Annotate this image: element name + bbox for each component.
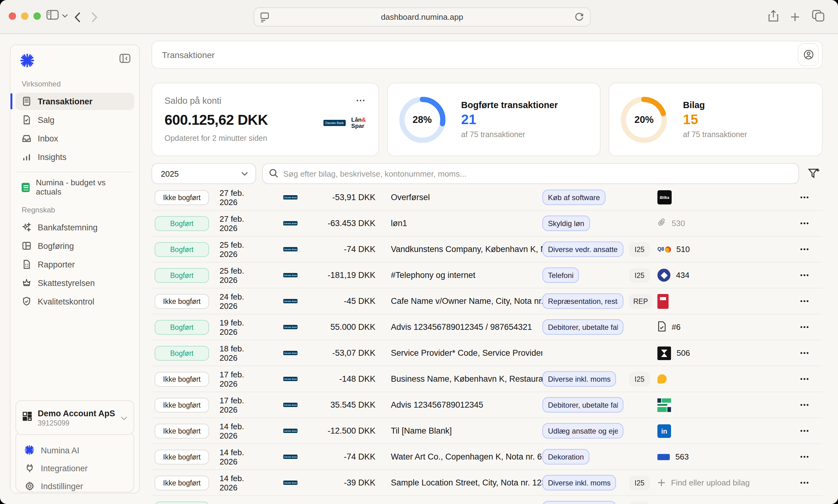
- row-menu-button[interactable]: [800, 479, 823, 486]
- table-row[interactable]: Ikke bogført 27 feb. 2026 Danske Bank -5…: [152, 185, 823, 211]
- status-badge[interactable]: Bogført: [155, 501, 209, 504]
- row-menu-button[interactable]: [800, 453, 823, 460]
- numina-logo-icon: [20, 54, 34, 70]
- category-tag[interactable]: Køb af software: [542, 190, 605, 205]
- status-badge[interactable]: Ikke bogført: [155, 449, 209, 464]
- gear-icon: [25, 481, 35, 491]
- sidebar-collapse-icon[interactable]: [119, 54, 131, 66]
- sidebar-item-budget-report[interactable]: Numina - budget vs actuals: [15, 179, 134, 196]
- table-row[interactable]: Ikke bogført 24 feb. 2026 Danske Bank -4…: [152, 288, 823, 314]
- forward-button-icon[interactable]: [91, 12, 98, 23]
- status-badge[interactable]: Ikke bogført: [155, 424, 209, 438]
- url-text: dashboard.numina.app: [381, 12, 463, 22]
- row-menu-button[interactable]: [800, 246, 823, 253]
- sidebar-item-kvalitetskontrol[interactable]: Kvalitetskontrol: [15, 293, 134, 310]
- close-window-button[interactable]: [8, 12, 16, 20]
- card-menu-button[interactable]: [356, 97, 366, 104]
- table-row[interactable]: Bogført 27 feb. 2026 Danske Bank -63.453…: [152, 211, 823, 237]
- category-tag[interactable]: Diverse vedr. ansatte uden moms: [542, 241, 623, 257]
- sidebar-item-transaktioner[interactable]: Transaktioner: [15, 93, 134, 110]
- sidebar-item-bogforing[interactable]: Bogføring: [15, 237, 134, 254]
- reload-icon[interactable]: [575, 12, 584, 23]
- category-tag[interactable]: Skyldig løn: [542, 216, 590, 231]
- table-row[interactable]: Bogført 25 feb. 2026 Danske Bank -181,19…: [152, 263, 823, 288]
- sidebar-item-inbox[interactable]: Inbox: [15, 130, 134, 147]
- table-row[interactable]: Ikke bogført 17 feb. 2026 Danske Bank -1…: [152, 366, 823, 392]
- account-switcher[interactable]: Demo Account ApS 39125099: [15, 400, 134, 435]
- crown-icon: [22, 278, 32, 288]
- minimize-window-button[interactable]: [21, 12, 29, 20]
- q8-logo: Q8: [657, 246, 671, 252]
- row-menu-button[interactable]: [800, 324, 823, 330]
- booked-count: 21: [461, 112, 558, 128]
- row-menu-button[interactable]: [800, 298, 823, 305]
- table-row[interactable]: Bogført Diverse inkl. moms I25: [152, 496, 823, 504]
- zoom-window-button[interactable]: [33, 12, 41, 20]
- category-tag[interactable]: Telefoni: [542, 267, 579, 283]
- address-bar[interactable]: dashboard.numina.app: [254, 7, 591, 26]
- share-icon[interactable]: [768, 10, 779, 22]
- status-badge[interactable]: Bogført: [155, 320, 209, 335]
- status-badge[interactable]: Bogført: [155, 346, 209, 360]
- filter-add-icon[interactable]: [805, 165, 823, 182]
- status-badge[interactable]: Ikke bogført: [155, 397, 209, 412]
- chevron-down-icon[interactable]: [62, 14, 68, 18]
- row-menu-button[interactable]: [800, 194, 823, 201]
- row-menu-button[interactable]: [800, 401, 823, 408]
- year-select[interactable]: 2025: [152, 163, 256, 184]
- row-menu-button[interactable]: [800, 376, 823, 382]
- sidebar-footer: Numina AI Integrationer Indstillinger: [15, 432, 134, 492]
- table-row[interactable]: Ikke bogført 14 feb. 2026 Danske Bank -3…: [152, 470, 823, 496]
- category-tag[interactable]: Debitorer, ubetalte fakturaer: [542, 319, 623, 335]
- back-button-icon[interactable]: [74, 12, 81, 23]
- sidebar-item-bankafstemning[interactable]: Bankafstemning: [15, 219, 134, 236]
- row-menu-button[interactable]: [800, 349, 823, 356]
- sidebar-item-indstillinger[interactable]: Indstillinger: [19, 478, 131, 495]
- row-menu-button[interactable]: [800, 272, 823, 278]
- status-badge[interactable]: Ikke bogført: [155, 372, 209, 386]
- search-icon: [269, 168, 278, 180]
- category-tag[interactable]: Diverse inkl. moms: [542, 501, 616, 504]
- search-input[interactable]: [262, 163, 799, 184]
- category-tag[interactable]: Diverse inkl. moms: [542, 475, 616, 490]
- sidebar-item-skattestyrelsen[interactable]: Skattestyrelsen: [15, 274, 134, 291]
- user-profile-button[interactable]: [798, 43, 819, 66]
- table-row[interactable]: Ikke bogført 17 feb. 2026 Danske Bank 35…: [152, 392, 823, 418]
- category-tag[interactable]: Udlæg ansatte og ejer: [542, 423, 623, 438]
- status-badge[interactable]: Ikke bogført: [155, 475, 209, 490]
- status-badge[interactable]: Bogført: [155, 242, 209, 257]
- category-tag[interactable]: Repræsentation, restaurant: [542, 293, 623, 309]
- booked-subtitle: af 75 transaktioner: [461, 130, 558, 139]
- transactions-table: Ikke bogført 27 feb. 2026 Danske Bank -5…: [152, 185, 823, 504]
- category-tag[interactable]: Diverse inkl. moms: [542, 371, 616, 386]
- reader-view-icon[interactable]: [260, 12, 269, 25]
- transactions-icon: [22, 96, 32, 106]
- status-badge[interactable]: Bogført: [155, 216, 209, 231]
- new-tab-icon[interactable]: [790, 12, 800, 22]
- danske-bank-logo: Danske Bank: [283, 325, 297, 329]
- browser-sidebar-toggle-icon[interactable]: [46, 10, 59, 20]
- status-badge[interactable]: Bogført: [155, 268, 209, 283]
- sidebar-item-rapporter[interactable]: Rapporter: [15, 256, 134, 273]
- category-tag[interactable]: Debitorer, ubetalte fakturaer: [542, 397, 623, 413]
- table-row[interactable]: Bogført 19 feb. 2026 Danske Bank 55.000 …: [152, 314, 823, 340]
- table-row[interactable]: Ikke bogført 14 feb. 2026 Danske Bank -1…: [152, 418, 823, 444]
- upload-bilag-button[interactable]: Find eller upload bilag: [657, 478, 750, 487]
- table-row[interactable]: Bogført 18 feb. 2026 Danske Bank -53,07 …: [152, 340, 823, 366]
- sidebar: Virksomhed Transaktioner Salg Inbox Insi…: [10, 44, 140, 493]
- danske-bank-logo: Danske Bank: [283, 377, 297, 381]
- tab-overview-icon[interactable]: [812, 10, 824, 22]
- status-badge[interactable]: Ikke bogført: [155, 294, 209, 308]
- row-menu-button[interactable]: [800, 220, 823, 227]
- row-menu-button[interactable]: [800, 427, 823, 434]
- table-row[interactable]: Bogført 25 feb. 2026 Danske Bank -74 DKK…: [152, 237, 823, 263]
- sidebar-item-numina-ai[interactable]: Numina AI: [19, 442, 131, 459]
- bilag-card: 20% Bilag 15 af 75 transaktioner: [609, 83, 823, 156]
- sidebar-item-insights[interactable]: Insights: [15, 148, 134, 165]
- sidebar-item-integrationer[interactable]: Integrationer: [19, 460, 131, 477]
- sidebar-item-label: Bogføring: [38, 241, 74, 250]
- sidebar-item-salg[interactable]: Salg: [15, 111, 134, 128]
- table-row[interactable]: Ikke bogført 14 feb. 2026 Danske Bank -7…: [152, 444, 823, 470]
- category-tag[interactable]: Dekoration: [542, 449, 589, 465]
- status-badge[interactable]: Ikke bogført: [155, 190, 209, 205]
